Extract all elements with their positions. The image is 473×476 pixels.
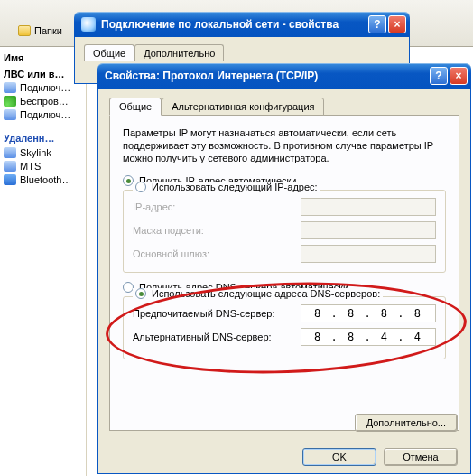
- alternate-dns-input[interactable]: 8 . 8 . 4 . 4: [301, 328, 436, 346]
- titlebar[interactable]: Свойства: Протокол Интернета (TCP/IP) ? …: [97, 63, 471, 89]
- preferred-dns-label: Предпочитаемый DNS-сервер:: [133, 308, 274, 319]
- advanced-button[interactable]: Дополнительно...: [355, 414, 458, 432]
- network-icon: [4, 82, 16, 93]
- tcpip-properties-window: Свойства: Протокол Интернета (TCP/IP) ? …: [97, 63, 471, 474]
- gateway-label: Основной шлюз:: [133, 248, 209, 259]
- ip-address-label: IP-адрес:: [133, 201, 175, 212]
- alternate-dns-label: Альтернативный DNS-сервер:: [133, 331, 272, 342]
- radio-use-ip[interactable]: Использовать следующий IP-адрес:: [133, 182, 320, 192]
- subnet-mask-label: Маска подсети:: [133, 225, 204, 236]
- question-icon: ?: [374, 19, 380, 30]
- tab-general[interactable]: Общие: [109, 98, 162, 116]
- window-title: Свойства: Протокол Интернета (TCP/IP): [105, 70, 318, 82]
- description-text: Параметры IP могут назначаться автоматич…: [123, 126, 446, 164]
- list-item[interactable]: Беспров…: [4, 96, 82, 107]
- ip-address-input: [301, 198, 436, 216]
- tab-general[interactable]: Общие: [84, 44, 134, 61]
- radio-icon: [135, 288, 146, 299]
- tab-advanced[interactable]: Дополнительно: [134, 44, 224, 61]
- help-button[interactable]: ?: [368, 15, 386, 33]
- question-icon: ?: [435, 70, 441, 81]
- bluetooth-icon: [4, 174, 16, 185]
- group-lan: ЛВС или в…: [4, 69, 82, 79]
- radio-use-dns[interactable]: Использовать следующие адреса DNS-сервер…: [133, 288, 383, 299]
- subnet-mask-input: [301, 221, 436, 239]
- list-item[interactable]: Skylink: [4, 147, 82, 158]
- dialog-buttons: OK Отмена: [98, 448, 470, 466]
- window-title: Подключение по локальной сети - свойства: [101, 18, 339, 31]
- list-item[interactable]: Подключ…: [4, 109, 82, 120]
- group-deleted: Удаленн…: [4, 133, 82, 144]
- modem-icon: [4, 147, 16, 158]
- network-icon: [4, 109, 16, 120]
- connections-list: Имя ЛВС или в… Подключ… Беспров… Подключ…: [0, 47, 87, 476]
- help-button[interactable]: ?: [430, 67, 448, 85]
- modem-icon: [4, 161, 16, 172]
- wifi-icon: [4, 96, 16, 107]
- window-icon: [81, 17, 96, 32]
- close-icon: ×: [455, 70, 461, 81]
- folder-icon: [18, 25, 31, 36]
- close-button[interactable]: ×: [450, 67, 468, 85]
- list-item[interactable]: Подключ…: [4, 82, 82, 93]
- close-icon: ×: [394, 19, 400, 30]
- folders-label: Папки: [34, 25, 62, 36]
- manual-ip-group: Использовать следующий IP-адрес: IP-адре…: [123, 190, 446, 273]
- list-item[interactable]: Bluetooth…: [4, 174, 82, 185]
- general-tab-panel: Параметры IP могут назначаться автоматич…: [109, 115, 459, 431]
- manual-dns-group: Использовать следующие адреса DNS-сервер…: [123, 296, 446, 359]
- cancel-button[interactable]: Отмена: [384, 448, 458, 466]
- gateway-input: [301, 245, 436, 263]
- titlebar[interactable]: Подключение по локальной сети - свойства…: [74, 12, 410, 37]
- close-button[interactable]: ×: [388, 15, 406, 33]
- tab-alt-config[interactable]: Альтернативная конфигурация: [162, 98, 324, 116]
- ok-button[interactable]: OK: [302, 448, 376, 466]
- column-header-name[interactable]: Имя: [4, 52, 82, 63]
- list-item[interactable]: MTS: [4, 161, 82, 172]
- radio-icon: [135, 182, 146, 192]
- preferred-dns-input[interactable]: 8 . 8 . 8 . 8: [301, 304, 436, 322]
- folders-button[interactable]: Папки: [18, 25, 62, 36]
